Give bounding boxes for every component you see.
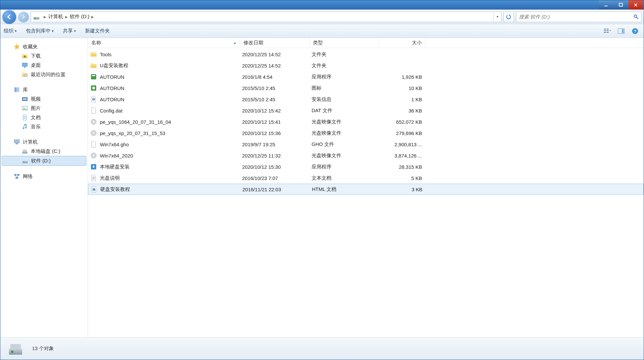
file-icon (90, 107, 97, 114)
refresh-button[interactable] (503, 12, 514, 22)
file-date: 2015/5/10 2:45 (242, 85, 312, 91)
file-row[interactable]: Win7x64.gho2019/9/7 19:25GHO 文件2,900,813… (88, 139, 644, 150)
file-row[interactable]: Tools2020/12/25 14:52文件夹 (88, 49, 644, 60)
file-row[interactable]: 光盘说明2016/10/23 7:07文本文档5 KB (88, 172, 644, 184)
breadcrumb[interactable]: ▸ 计算机 ▸ 软件 (D:) ▸ (31, 12, 501, 22)
svg-rect-21 (18, 87, 19, 92)
sidebar-recent[interactable]: 最近访问的位置 (0, 70, 88, 79)
download-icon (21, 53, 28, 59)
search-input[interactable] (519, 14, 633, 20)
file-row[interactable]: Config.dat2020/10/12 15:42DAT 文件36 KB (88, 105, 644, 116)
toolbar: 组织▾ 包含到库中▾ 共享▾ 新建文件夹 ? (0, 24, 644, 38)
preview-pane-button[interactable] (616, 26, 626, 36)
file-row[interactable]: iAUTORUN2015/5/10 2:45安装信息1 KB (88, 94, 644, 105)
file-row[interactable]: 本地硬盘安装2020/10/12 15:30应用程序28,315 KB (88, 161, 644, 172)
statusbar: 13 个对象 (0, 337, 644, 360)
svg-rect-30 (23, 150, 27, 151)
caret-down-icon: ▾ (74, 29, 76, 33)
network-icon (14, 173, 20, 180)
svg-point-3 (34, 18, 36, 19)
organize-menu[interactable]: 组织▾ (4, 28, 17, 34)
file-date: 2016/1/8 4:54 (242, 74, 312, 80)
file-type: 光盘映像文件 (312, 153, 381, 159)
header-type[interactable]: 类型 (310, 38, 379, 47)
file-list[interactable]: Tools2020/12/25 14:52文件夹U盘安装教程2020/12/25… (88, 48, 644, 337)
sidebar-drive-d[interactable]: 软件 (D:) (2, 156, 86, 166)
new-folder-button[interactable]: 新建文件夹 (85, 28, 110, 34)
sidebar-downloads[interactable]: 下载 (0, 51, 88, 61)
file-date: 2015/5/10 2:45 (242, 97, 312, 102)
header-date[interactable]: 修改日期 (240, 38, 310, 47)
file-date: 2016/11/21 22:03 (242, 187, 312, 192)
header-size[interactable]: 大小 (379, 38, 425, 47)
file-type: 文件夹 (312, 51, 381, 58)
svg-rect-2 (33, 17, 39, 20)
sidebar-drive-c[interactable]: 本地磁盘 (C:) (0, 147, 88, 156)
file-size: 652,072 KB (381, 119, 427, 125)
svg-point-47 (93, 155, 94, 156)
maximize-button[interactable] (614, 0, 628, 10)
sidebar-libraries[interactable]: 库 (0, 85, 88, 94)
sidebar-network[interactable]: 网络 (0, 172, 88, 181)
file-row[interactable]: pe_yqs_xp_20_07_31_15_532020/10/12 15:36… (88, 127, 644, 139)
search-icon (633, 14, 639, 20)
chevron-right-icon: ▸ (63, 14, 70, 20)
html-icon: e (90, 186, 98, 193)
sidebar-computer[interactable]: 计算机 (0, 137, 88, 147)
chevron-right-icon: ▸ (89, 14, 96, 20)
music-icon (21, 123, 28, 130)
search-box[interactable] (516, 12, 642, 22)
svg-rect-16 (22, 63, 27, 66)
sidebar-desktop[interactable]: 桌面 (0, 61, 88, 70)
computer-icon (14, 139, 20, 145)
svg-rect-36 (91, 74, 96, 79)
chevron-right-icon: ▸ (42, 14, 48, 20)
minimize-button[interactable] (599, 0, 613, 10)
svg-point-52 (11, 350, 14, 353)
recent-icon (21, 71, 28, 78)
column-headers: 名称▲ 修改日期 类型 大小 (88, 38, 644, 48)
svg-rect-33 (14, 174, 17, 176)
include-library-menu[interactable]: 包含到库中▾ (26, 28, 54, 34)
file-row[interactable]: U盘安装教程2020/12/25 14:52文件夹 (88, 60, 644, 71)
file-date: 2019/9/7 19:25 (242, 142, 312, 147)
file-row[interactable]: AUTORUN2015/5/10 2:45图标10 KB (88, 82, 644, 94)
sidebar-pictures[interactable]: 图片 (0, 104, 88, 113)
file-date: 2020/12/25 14:52 (242, 52, 312, 57)
install-icon (90, 163, 97, 170)
sidebar-documents[interactable]: 文档 (0, 113, 88, 122)
file-row[interactable]: AUTORUN2016/1/8 4:54应用程序1,926 KB (88, 71, 644, 82)
file-type: 光盘映像文件 (312, 130, 381, 136)
header-name[interactable]: 名称▲ (88, 38, 240, 47)
nav-row: ▸ 计算机 ▸ 软件 (D:) ▸ (0, 10, 644, 24)
svg-point-45 (93, 132, 94, 134)
inf-icon: i (90, 96, 97, 103)
file-type: HTML 文档 (312, 186, 381, 193)
view-options-button[interactable] (602, 26, 613, 36)
breadcrumb-computer[interactable]: 计算机 (48, 14, 63, 20)
forward-button[interactable] (18, 12, 29, 22)
breadcrumb-drive[interactable]: 软件 (D:) (70, 14, 89, 20)
file-name: U盘安装教程 (100, 63, 128, 69)
sidebar-videos[interactable]: 视频 (0, 94, 88, 104)
sidebar-music[interactable]: 音乐 (0, 122, 88, 131)
svg-rect-53 (10, 344, 21, 349)
sidebar-favorites[interactable]: 收藏夹 (0, 42, 88, 51)
share-menu[interactable]: 共享▾ (63, 28, 76, 34)
file-row[interactable]: pe_yqs_1064_20_07_31_16_042020/10/12 15:… (88, 116, 644, 127)
disk-icon (22, 158, 28, 164)
file-icon (90, 141, 97, 148)
sort-asc-icon: ▲ (233, 41, 236, 45)
back-button[interactable] (2, 10, 16, 24)
breadcrumb-dropdown[interactable] (493, 12, 501, 22)
video-icon (21, 96, 28, 102)
folder-icon (90, 62, 97, 69)
file-row[interactable]: Win7x64_20202020/12/25 11:32光盘映像文件3,874,… (88, 150, 644, 161)
status-count: 13 个对象 (32, 345, 54, 352)
close-button[interactable] (628, 0, 643, 10)
drive-icon (32, 13, 40, 21)
svg-rect-29 (22, 151, 27, 154)
file-row[interactable]: e硬盘安装教程2016/11/21 22:03HTML 文档3 KB (88, 184, 644, 195)
help-button[interactable]: ? (630, 26, 640, 36)
file-size: 5 KB (381, 175, 427, 181)
